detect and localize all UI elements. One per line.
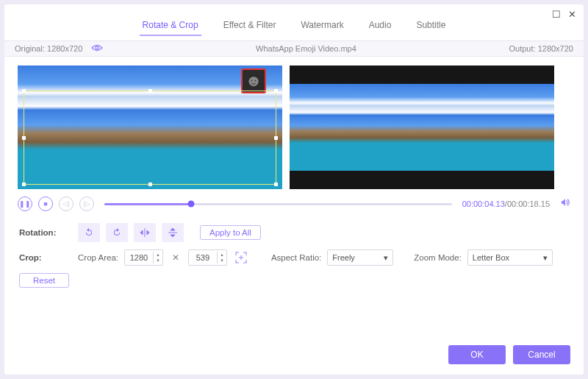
rotation-label: Rotation:	[19, 228, 72, 237]
crop-frame[interactable]	[24, 91, 276, 185]
timeline-progress	[104, 203, 191, 205]
output-image	[290, 84, 554, 171]
zoom-mode-label: Zoom Mode:	[414, 253, 462, 262]
height-up-icon[interactable]: ▲	[218, 252, 226, 258]
preview-area: ☻	[4, 57, 584, 194]
prev-frame-icon: ◁|	[59, 196, 74, 211]
original-resolution: Original: 1280x720	[15, 44, 82, 53]
crop-handle[interactable]	[274, 89, 278, 93]
crop-height-input[interactable]	[189, 253, 217, 262]
zoom-mode-select[interactable]: Letter Box▾	[467, 249, 553, 266]
timeline[interactable]	[104, 203, 452, 205]
crop-width-stepper[interactable]: ▲▼	[124, 249, 163, 266]
tab-rotate-crop[interactable]: Rotate & Crop	[140, 15, 201, 36]
height-down-icon[interactable]: ▼	[218, 258, 226, 263]
tab-audio[interactable]: Audio	[366, 15, 395, 36]
crop-handle[interactable]	[22, 136, 26, 140]
flip-horizontal-icon[interactable]	[134, 223, 156, 242]
info-bar: Original: 1280x720 WhatsApp Emoji Video.…	[4, 40, 584, 57]
rotate-left-icon[interactable]	[78, 223, 100, 242]
apply-to-all-button[interactable]: Apply to All	[200, 225, 261, 240]
width-down-icon[interactable]: ▼	[154, 258, 162, 263]
tab-effect-filter[interactable]: Effect & Filter	[220, 15, 279, 36]
timeline-knob[interactable]	[188, 201, 195, 208]
tab-bar: Rotate & Crop Effect & Filter Watermark …	[4, 15, 584, 40]
times-symbol: ✕	[172, 252, 179, 263]
crop-width-input[interactable]	[125, 253, 153, 262]
aspect-ratio-select[interactable]: Freely▾	[327, 249, 393, 266]
crop-handle[interactable]	[274, 183, 278, 186]
flip-vertical-icon[interactable]	[162, 223, 184, 242]
dialog-footer: OK Cancel	[4, 338, 584, 375]
crop-handle[interactable]	[148, 183, 152, 186]
center-crop-icon[interactable]	[233, 249, 249, 266]
editor-window: ☐ ✕ Rotate & Crop Effect & Filter Waterm…	[4, 4, 584, 375]
reset-button[interactable]: Reset	[19, 273, 69, 288]
chevron-down-icon: ▾	[384, 253, 388, 263]
controls-panel: Rotation: Apply to All Crop: Crop Area: …	[4, 219, 584, 295]
aspect-ratio-label: Aspect Ratio:	[271, 253, 321, 262]
ok-button[interactable]: OK	[448, 345, 506, 364]
crop-height-stepper[interactable]: ▲▼	[188, 249, 227, 266]
svg-point-0	[96, 46, 98, 49]
rotate-right-icon[interactable]	[106, 223, 128, 242]
source-preview[interactable]: ☻	[18, 65, 282, 189]
tab-watermark[interactable]: Watermark	[298, 15, 346, 36]
crop-handle[interactable]	[22, 89, 26, 93]
stop-icon[interactable]: ■	[38, 196, 53, 211]
width-up-icon[interactable]: ▲	[154, 252, 162, 258]
output-preview	[290, 65, 554, 189]
player-bar: ❚❚ ■ ◁| |▷ 00:00:04.13/00:00:18.15	[4, 194, 584, 219]
crop-label: Crop:	[19, 253, 72, 262]
volume-icon[interactable]	[560, 197, 570, 210]
pause-icon[interactable]: ❚❚	[18, 196, 32, 211]
crop-handle[interactable]	[274, 136, 278, 140]
filename: WhatsApp Emoji Video.mp4	[256, 44, 356, 53]
preview-toggle-icon[interactable]	[91, 44, 103, 53]
crop-handle[interactable]	[22, 183, 26, 186]
crop-handle[interactable]	[148, 89, 152, 93]
crop-area-label: Crop Area:	[78, 253, 118, 262]
next-frame-icon: |▷	[79, 196, 94, 211]
chevron-down-icon: ▾	[543, 253, 548, 263]
time-display: 00:00:04.13/00:00:18.15	[462, 199, 550, 208]
output-resolution: Output: 1280x720	[509, 44, 573, 53]
tab-subtitle[interactable]: Subtitle	[413, 15, 448, 36]
watermark-emoji-icon: ☻	[241, 68, 266, 93]
cancel-button[interactable]: Cancel	[513, 345, 570, 364]
